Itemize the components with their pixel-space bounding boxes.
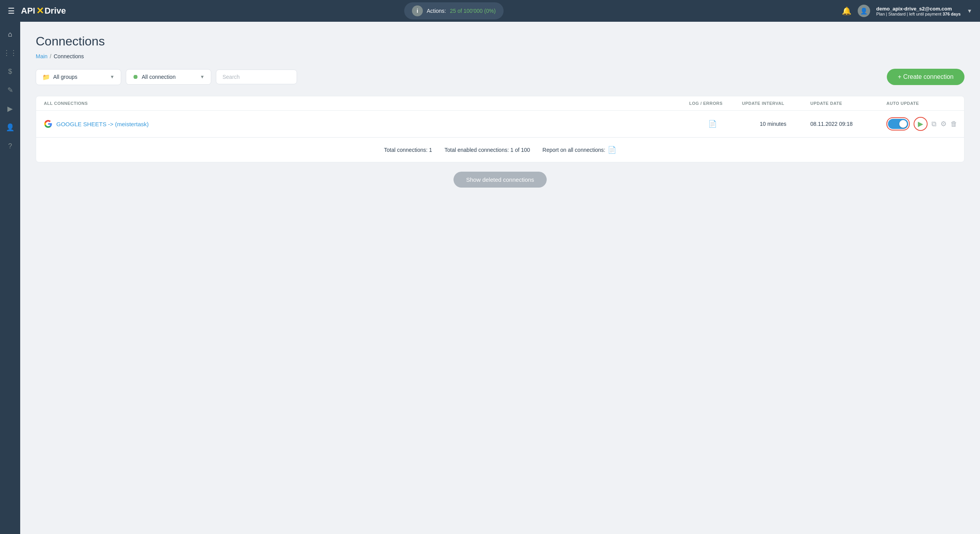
update-interval-cell: 10 minutes [742,121,804,127]
groups-chevron-icon: ▼ [110,74,115,80]
sidebar-item-profile[interactable]: 👤 [2,120,18,135]
groups-filter[interactable]: 📁 All groups ▼ [36,69,121,85]
page-title: Connections [36,34,964,49]
logo: API ✕ Drive [21,5,66,16]
col-auto-update: AUTO UPDATE [886,101,956,106]
sidebar-item-help[interactable]: ? [2,138,18,154]
create-connection-button[interactable]: + Create connection [887,69,964,85]
actions-count: 25 of 100'000 (0%) [450,8,496,14]
avatar: 👤 [858,5,870,17]
total-connections: Total connections: 1 [384,147,432,153]
play-btn-wrapper[interactable]: ▶ [914,117,928,131]
col-update-date: UPDATE DATE [810,101,880,106]
logo-x: ✕ [36,5,44,16]
sidebar-item-home[interactable]: ⌂ [2,26,18,42]
col-all-connections: ALL CONNECTIONS [44,101,683,106]
connection-filter[interactable]: ⏺ All connection ▼ [126,69,211,85]
report-icon[interactable]: 📄 [608,146,616,154]
sidebar-item-connections[interactable]: ⋮⋮ [2,45,18,61]
topnav: ☰ API ✕ Drive i Actions: 25 of 100'000 (… [0,0,980,22]
report-label: Report on all connections: [542,147,605,153]
connection-name[interactable]: GOOGLE SHEETS -> (meistertask) [44,120,683,128]
connection-filter-label: All connection [142,74,175,80]
report-section: Report on all connections: 📄 [542,146,616,154]
topnav-right: 🔔 👤 demo_apix-drive_s2@com.com Plan | St… [842,5,972,17]
total-enabled: Total enabled connections: 1 of 100 [445,147,530,153]
groups-label: All groups [53,74,77,80]
sidebar-item-video[interactable]: ▶ [2,101,18,117]
actions-section: i Actions: 25 of 100'000 (0%) [404,2,504,19]
show-deleted-wrapper: Show deleted connections [36,172,964,188]
toolbar: 📁 All groups ▼ ⏺ All connection ▼ + Crea… [36,69,964,85]
user-email: demo_apix-drive_s2@com.com [876,6,961,12]
google-icon [44,120,52,128]
chevron-down-icon[interactable]: ▼ [967,8,972,14]
run-button[interactable]: ▶ [915,118,926,129]
actions-pill: i Actions: 25 of 100'000 (0%) [404,2,504,19]
connection-label: GOOGLE SHEETS -> (meistertask) [56,121,149,127]
sidebar-item-billing[interactable]: $ [2,64,18,79]
user-info: demo_apix-drive_s2@com.com Plan | Standa… [876,6,961,16]
auto-update-toggle[interactable] [888,119,908,129]
delete-button[interactable]: 🗑 [950,120,957,128]
search-box[interactable] [216,70,297,84]
folder-icon: 📁 [42,73,50,81]
log-icon[interactable]: 📄 [708,120,717,128]
settings-button[interactable]: ⚙ [940,120,947,128]
toggle-knob [899,120,907,128]
main-content: Connections Main / Connections 📁 All gro… [20,22,980,534]
connections-table: ALL CONNECTIONS LOG / ERRORS UPDATE INTE… [36,96,964,162]
user-plan: Plan | Standard | left until payment 376… [876,12,961,16]
connection-filter-chevron-icon: ▼ [200,74,205,80]
show-deleted-button[interactable]: Show deleted connections [454,172,546,188]
breadcrumb: Main / Connections [36,53,964,59]
bell-icon[interactable]: 🔔 [842,6,851,16]
table-row: GOOGLE SHEETS -> (meistertask) 📄 10 minu… [36,111,964,137]
toggle-wrapper[interactable] [886,117,910,130]
table-header: ALL CONNECTIONS LOG / ERRORS UPDATE INTE… [36,96,964,111]
auto-update-cell: ▶ ⧉ ⚙ 🗑 [886,117,956,131]
breadcrumb-separator: / [50,53,51,59]
play-circle-icon: ⏺ [132,73,139,80]
sidebar-item-tasks[interactable]: ✎ [2,82,18,98]
stats-row: Total connections: 1 Total enabled conne… [36,137,964,162]
col-update-interval: UPDATE INTERVAL [742,101,804,106]
logo-drive: Drive [45,6,66,16]
copy-button[interactable]: ⧉ [931,120,937,128]
search-input[interactable] [222,74,290,80]
hamburger-menu[interactable]: ☰ [8,6,15,16]
info-icon: i [412,5,423,16]
logo-api: API [21,6,35,16]
breadcrumb-current: Connections [54,53,84,59]
actions-label: Actions: [427,8,446,14]
layout: ⌂ ⋮⋮ $ ✎ ▶ 👤 ? Connections Main / Connec… [0,22,980,534]
log-cell: 📄 [689,120,736,128]
sidebar: ⌂ ⋮⋮ $ ✎ ▶ 👤 ? [0,22,20,534]
update-date-cell: 08.11.2022 09:18 [810,121,880,127]
breadcrumb-main[interactable]: Main [36,53,47,59]
col-log-errors: LOG / ERRORS [689,101,736,106]
